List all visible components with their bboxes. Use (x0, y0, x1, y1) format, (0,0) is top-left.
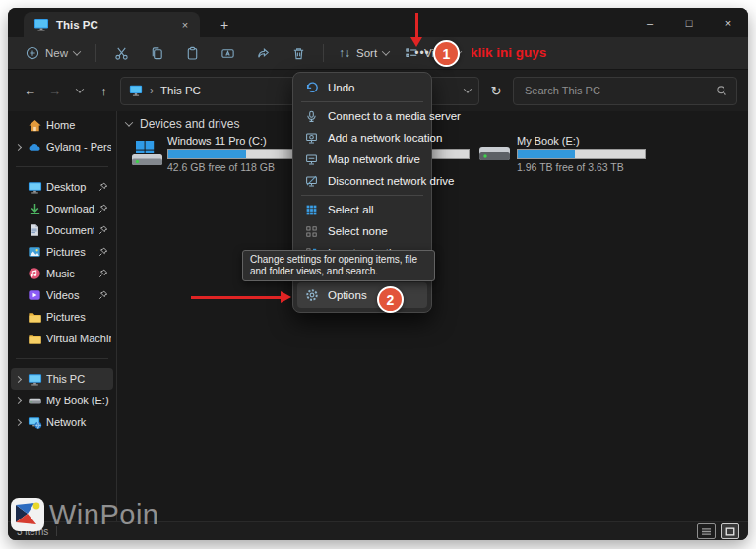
menu-item-options[interactable]: Options (297, 282, 427, 308)
menu-item-label: Map network drive (328, 153, 420, 165)
refresh-button[interactable]: ↻ (483, 79, 509, 102)
sort-icon: ↑↓ (339, 46, 350, 60)
drive-free-space: 1.96 TB free of 3.63 TB (517, 161, 646, 173)
menu-item-select-none[interactable]: Select none (297, 220, 427, 242)
share-icon (256, 46, 271, 61)
close-window-button[interactable]: × (709, 8, 748, 37)
new-tab-button[interactable]: + (214, 14, 235, 35)
menu-item-label: Select none (328, 225, 388, 237)
sidebar-item-network[interactable]: Network (11, 411, 113, 433)
drive-tile-windows-c[interactable]: Windows 11 Pro (C:) 42.6 GB free of 118 … (130, 135, 296, 173)
details-view-toggle[interactable] (697, 523, 716, 539)
search-input[interactable] (523, 84, 710, 97)
menu-item-label: Undo (328, 82, 355, 93)
sidebar-item-pictures-folder[interactable]: Pictures (11, 306, 113, 328)
menu-item-label: Connect to a media server (328, 110, 461, 122)
windows-drive-icon (130, 141, 165, 174)
maximize-button[interactable]: □ (669, 8, 709, 37)
chevron-down-icon[interactable] (125, 118, 133, 126)
minimize-button[interactable]: – (630, 8, 669, 37)
sidebar-item-documents[interactable]: Documents (11, 219, 113, 241)
sidebar-item-label: Gylang - Personal (46, 141, 111, 152)
sidebar-divider (16, 358, 108, 359)
sidebar-item-this-pc[interactable]: This PC (11, 368, 113, 390)
menu-item-label: Options (328, 289, 367, 301)
back-button[interactable]: ← (19, 79, 41, 102)
sidebar-item-label: This PC (46, 373, 111, 385)
onedrive-cloud-icon (27, 139, 42, 154)
media-server-icon (304, 109, 319, 124)
copy-icon (150, 46, 164, 61)
sidebar-item-label: Pictures (46, 311, 111, 323)
menu-item-label: Add a network location (328, 132, 442, 144)
folder-icon (27, 331, 42, 346)
sidebar-item-desktop[interactable]: Desktop (11, 176, 113, 198)
chevron-down-icon (75, 85, 83, 92)
search-box[interactable] (513, 77, 737, 105)
pictures-icon (27, 244, 42, 260)
this-pc-monitor-icon (129, 84, 143, 97)
address-dropdown-icon[interactable] (464, 85, 472, 92)
tab-label: This PC (56, 19, 169, 30)
pin-icon (98, 290, 108, 300)
toolbar-divider (323, 44, 324, 62)
menu-item-select-all[interactable]: Select all (297, 199, 427, 220)
menu-item-disconnect-network-drive[interactable]: Disconnect network drive (297, 170, 427, 192)
command-bar: New ↑↓ Sort View ••• (8, 37, 748, 70)
delete-button[interactable] (282, 40, 315, 66)
sort-button[interactable]: ↑↓ Sort (332, 40, 396, 66)
sidebar-item-pictures[interactable]: Pictures (11, 241, 113, 263)
chevron-down-icon (382, 47, 390, 55)
paste-button[interactable] (175, 40, 209, 66)
pin-icon (98, 182, 108, 192)
menu-item-map-network-drive[interactable]: Map network drive (297, 149, 427, 170)
chevron-right-icon[interactable] (14, 396, 21, 403)
sidebar-item-label: Music (46, 268, 94, 279)
up-button[interactable]: ↑ (93, 79, 115, 102)
menu-item-connect-media-server[interactable]: Connect to a media server (297, 105, 427, 127)
sidebar-item-label: Documents (46, 224, 94, 236)
sidebar-item-downloads[interactable]: Downloads (11, 198, 113, 219)
sidebar-item-label: Videos (46, 289, 94, 301)
drive-name: My Book (E:) (517, 135, 646, 147)
tab-close-icon[interactable]: × (176, 16, 194, 33)
share-button[interactable] (246, 40, 280, 66)
sidebar-item-home[interactable]: Home (11, 114, 113, 136)
sidebar-item-label: My Book (E:) (46, 395, 111, 406)
thumbnails-view-toggle[interactable] (721, 523, 739, 539)
chevron-down-icon (73, 47, 81, 55)
drive-name: Windows 11 Pro (C:) (167, 135, 296, 147)
chevron-right-icon[interactable] (14, 375, 21, 382)
sidebar-item-videos[interactable]: Videos (11, 284, 113, 306)
breadcrumb-location[interactable]: This PC (160, 85, 201, 96)
annotation-step-1-badge: 1 (433, 40, 460, 67)
disconnect-network-drive-icon (304, 174, 319, 189)
chevron-right-icon[interactable] (14, 143, 21, 150)
sidebar-item-music[interactable]: Music (11, 263, 113, 284)
menu-item-undo[interactable]: Undo (297, 77, 427, 98)
select-none-icon (304, 224, 319, 239)
drive-free-space: 42.6 GB free of 118 GB (167, 161, 296, 173)
sidebar-item-label: Virtual Machine (46, 333, 111, 344)
cut-button[interactable] (104, 40, 138, 66)
sidebar-item-virtual-machine[interactable]: Virtual Machine (11, 328, 113, 349)
sidebar-item-my-book[interactable]: My Book (E:) (11, 390, 113, 411)
menu-item-add-network-location[interactable]: Add a network location (297, 127, 427, 149)
sidebar-item-onedrive[interactable]: Gylang - Personal (11, 136, 113, 157)
tab-this-pc[interactable]: This PC × (24, 12, 200, 37)
drive-tile-my-book-e[interactable]: My Book (E:) 1.96 TB free of 3.63 TB (477, 135, 646, 173)
recent-locations-button[interactable] (68, 79, 91, 102)
title-bar: This PC × + – □ × (8, 8, 748, 37)
new-button[interactable]: New (18, 40, 88, 66)
forward-button[interactable]: → (43, 79, 66, 102)
copy-button[interactable] (140, 40, 173, 66)
rename-button[interactable] (211, 40, 244, 66)
section-header-devices-and-drives[interactable]: Devices and drives (122, 117, 239, 131)
cut-icon (114, 46, 129, 61)
music-icon (27, 266, 42, 281)
home-icon (27, 117, 42, 133)
chevron-right-icon[interactable] (14, 418, 21, 425)
winpoin-text: WinPoin (49, 499, 159, 531)
add-network-location-icon (304, 131, 319, 146)
sidebar-item-label: Desktop (46, 181, 94, 193)
